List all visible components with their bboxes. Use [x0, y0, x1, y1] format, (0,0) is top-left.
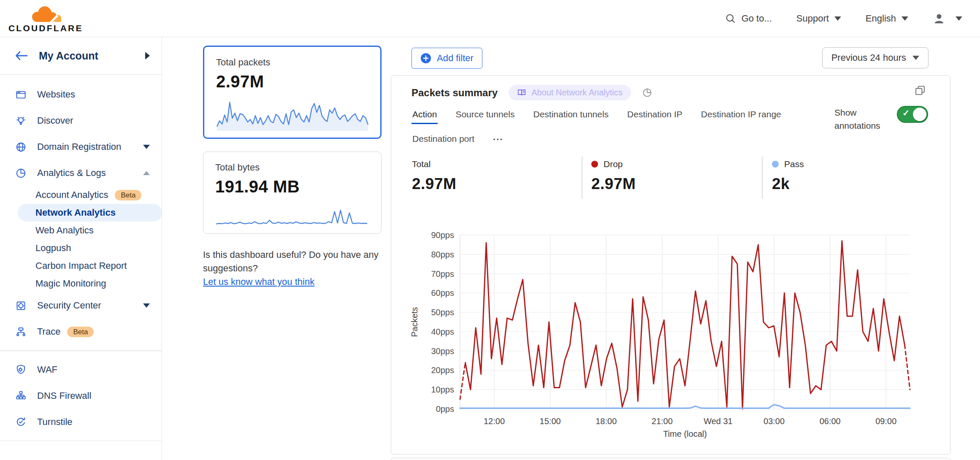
next-panel-top-edge	[391, 458, 950, 460]
sidebar-item-discover[interactable]: Discover	[0, 108, 162, 134]
sidebar-item-dns-firewall[interactable]: DNS Firewall	[0, 383, 162, 409]
add-filter-button[interactable]: Add filter	[411, 48, 482, 69]
discover-icon	[15, 115, 27, 127]
sidebar-item-magic-monitoring[interactable]: Magic Monitoring	[0, 275, 162, 292]
feedback-question: Is this dashboard useful? Do you have an…	[203, 248, 382, 275]
chevron-down-icon	[143, 145, 150, 149]
packets-time-series-chart: 0pps10pps20pps30pps40pps50pps60pps70pps8…	[391, 76, 950, 454]
chevron-right-icon[interactable]	[145, 52, 150, 60]
sidebar-item-label: Logpush	[35, 243, 71, 254]
sidebar-item-waf[interactable]: WAF	[0, 357, 162, 383]
sidebar-nav: WebsitesDiscoverDomain RegistrationAnaly…	[0, 75, 162, 460]
sidebar-item-label: Web Analytics	[35, 225, 94, 236]
security-icon	[15, 300, 27, 311]
total-packets-card[interactable]: Total packets 2.97M	[203, 46, 382, 139]
sidebar-item-partial[interactable]	[0, 446, 162, 460]
sidebar-item-label: Trace	[37, 326, 60, 337]
sidebar-item-analytics-logs[interactable]: Analytics & Logs	[0, 160, 162, 186]
x-tick-label: 03:00	[763, 417, 785, 426]
sidebar-item-turnstile[interactable]: Turnstile	[0, 409, 162, 435]
chevron-down-icon	[956, 16, 962, 21]
user-icon	[933, 12, 945, 25]
total-bytes-card[interactable]: Total bytes 191.94 MB	[203, 152, 382, 234]
analytics-icon-wrap	[15, 168, 27, 179]
y-axis-title: Packets	[410, 307, 419, 337]
time-range-dropdown[interactable]: Previous 24 hours	[822, 47, 929, 68]
waf-icon-wrap	[15, 364, 27, 375]
user-menu[interactable]	[933, 12, 962, 25]
sidebar-item-account-analytics[interactable]: Account AnalyticsBeta	[0, 186, 162, 204]
x-tick-label: Wed 31	[704, 417, 733, 426]
total-bytes-sparkline	[215, 201, 368, 227]
sidebar-item-label: Network Analytics	[35, 207, 116, 218]
goto-label: Go to...	[742, 13, 772, 24]
chevron-down-icon	[143, 303, 150, 308]
language-menu[interactable]: English	[866, 13, 908, 24]
main-content: Add filter Previous 24 hours Packets sum…	[391, 37, 950, 460]
cloudflare-dashboard: CLOUDFLARE Go to... Support English	[0, 0, 980, 460]
partial-icon-wrap	[15, 454, 27, 460]
beta-badge: Beta	[115, 190, 141, 200]
security-icon-wrap	[15, 300, 27, 311]
sparkline-line	[216, 210, 367, 224]
chevron-down-icon	[912, 56, 919, 60]
sidebar-item-label: Turnstile	[37, 417, 73, 428]
y-tick-label: 20pps	[431, 365, 455, 375]
sidebar-divider	[0, 441, 162, 441]
x-tick-label: 15:00	[540, 417, 561, 426]
drop-series-line	[465, 241, 904, 409]
sidebar-item-domain-registration[interactable]: Domain Registration	[0, 134, 162, 160]
y-tick-label: 80pps	[431, 250, 455, 259]
drop-series-line	[460, 363, 465, 399]
add-filter-label: Add filter	[437, 53, 474, 64]
sidebar-account-title[interactable]: My Account	[39, 50, 135, 62]
sidebar-item-trace[interactable]: TraceBeta	[0, 319, 162, 345]
chevron-up-icon	[143, 171, 150, 175]
sidebar-item-label: Account Analytics	[35, 189, 108, 200]
sidebar-item-label: Security Center	[37, 300, 101, 311]
websites-icon	[15, 89, 27, 100]
discover-icon-wrap	[15, 115, 27, 127]
globe-icon	[15, 141, 27, 153]
sidebar-item-label: Carbon Impact Report	[35, 260, 127, 271]
sidebar-item-label: WAF	[37, 364, 57, 375]
y-tick-label: 90pps	[431, 230, 455, 240]
globe-icon-wrap	[15, 141, 27, 153]
card-label: Total bytes	[215, 162, 369, 173]
chevron-down-icon	[834, 16, 841, 21]
sidebar-item-security-center[interactable]: Security Center	[0, 292, 162, 319]
sidebar-item-web-analytics[interactable]: Web Analytics	[0, 222, 162, 239]
goto-search[interactable]: Go to...	[725, 13, 772, 24]
y-tick-label: 0pps	[436, 404, 454, 414]
y-tick-label: 40pps	[431, 327, 455, 336]
back-arrow-icon[interactable]	[14, 50, 29, 61]
sidebar-header: My Account	[0, 37, 162, 75]
sidebar: My Account WebsitesDiscoverDomain Regist…	[0, 37, 162, 460]
support-menu[interactable]: Support	[796, 13, 841, 24]
card-value: 191.94 MB	[215, 177, 369, 196]
dns-icon-wrap	[15, 390, 27, 401]
topbar: CLOUDFLARE Go to... Support English	[0, 0, 980, 37]
search-icon	[725, 13, 736, 24]
sidebar-item-label: Websites	[37, 89, 75, 100]
feedback-block: Is this dashboard useful? Do you have an…	[203, 248, 382, 289]
trace-icon-wrap	[15, 326, 27, 338]
sidebar-item-websites[interactable]: Websites	[0, 81, 162, 108]
topbar-menu: Go to... Support English	[725, 12, 962, 25]
cloudflare-logo[interactable]: CLOUDFLARE	[8, 5, 83, 32]
sidebar-item-logpush[interactable]: Logpush	[0, 239, 162, 257]
sidebar-item-carbon-impact-report[interactable]: Carbon Impact Report	[0, 257, 162, 275]
sidebar-item-network-analytics[interactable]: Network Analytics	[18, 204, 162, 222]
x-tick-label: 12:00	[484, 417, 505, 426]
x-tick-label: 21:00	[652, 417, 673, 426]
trace-icon	[15, 326, 27, 338]
card-label: Total packets	[216, 57, 368, 68]
y-tick-label: 70pps	[431, 269, 455, 279]
sidebar-item-label: Discover	[37, 115, 73, 126]
language-label: English	[866, 13, 896, 24]
y-tick-label: 60pps	[431, 288, 455, 298]
y-tick-label: 30pps	[431, 346, 455, 356]
feedback-link[interactable]: Let us know what you think	[203, 276, 314, 287]
turnstile-icon-wrap	[15, 416, 27, 428]
x-tick-label: 09:00	[875, 417, 896, 426]
